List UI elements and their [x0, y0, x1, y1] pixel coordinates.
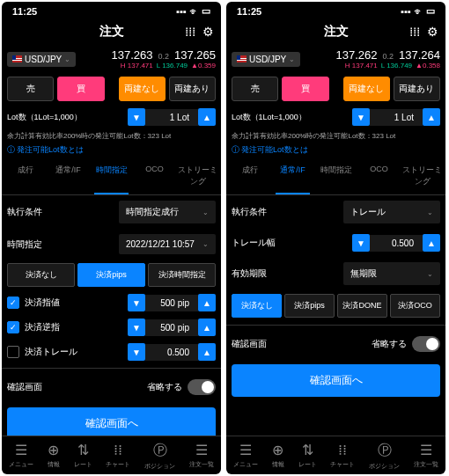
- stop-decrement-button[interactable]: ▼: [128, 319, 145, 336]
- buy-button[interactable]: 買: [282, 77, 328, 101]
- lot-value[interactable]: 1 Lot: [145, 109, 198, 126]
- phone-right: 11:25 ▪▪▪ ᯤ ▭ 注文 ⁞⁞⁞ ⚙ USD/JPY ⌄ 137.262…: [226, 2, 445, 474]
- gear-icon[interactable]: ⚙: [202, 25, 214, 39]
- nav-menu[interactable]: ☰メニュー: [9, 442, 33, 471]
- position-icon: Ⓟ: [378, 442, 392, 460]
- lot-increment-button[interactable]: ▲: [423, 108, 440, 126]
- lot-decrement-button[interactable]: ▼: [352, 108, 370, 126]
- nav-chart[interactable]: ⁞⁞チャート: [106, 442, 130, 471]
- seg-settle-none[interactable]: 決済なし: [232, 294, 282, 318]
- globe-icon: ⊕: [272, 442, 283, 458]
- cross-off-button[interactable]: 両建なし: [343, 77, 390, 101]
- trail-label: 決済トレール: [25, 346, 122, 358]
- chart-toggle-icon[interactable]: ⁞⁞⁞: [409, 25, 420, 39]
- phone-left: 11:25 ▪▪▪ ᯤ ▭ 注文 ⁞⁞⁞ ⚙ USD/JPY ⌄ 137.263…: [2, 2, 221, 474]
- nav-orders[interactable]: ☰注文一覧: [414, 442, 438, 471]
- low-price: L 136.749: [157, 62, 188, 70]
- stop-value[interactable]: 500 pip: [145, 319, 198, 336]
- expiry-select[interactable]: 無期限⌄: [343, 262, 440, 285]
- lot-decrement-button[interactable]: ▼: [128, 108, 145, 126]
- tab-oco[interactable]: OCO: [133, 157, 176, 194]
- exec-cond-label: 執行条件: [232, 206, 340, 218]
- trail-value[interactable]: 0.500: [145, 344, 198, 361]
- sell-button[interactable]: 売: [7, 77, 54, 101]
- lot-value[interactable]: 1 Lot: [370, 109, 423, 126]
- lot-stepper: ▼ 1 Lot ▲: [352, 108, 440, 126]
- spread: 0.2: [158, 52, 169, 61]
- seg-settle-pips[interactable]: 決済pips: [77, 263, 145, 287]
- limit-increment-button[interactable]: ▲: [198, 294, 216, 311]
- tab-market[interactable]: 成行: [4, 157, 47, 194]
- cross-on-button[interactable]: 両建あり: [394, 77, 440, 101]
- status-bar: 11:25 ▪▪▪ ᯤ ▭: [226, 2, 445, 18]
- seg-settle-pips[interactable]: 決済pips: [284, 294, 335, 318]
- trail-increment-button[interactable]: ▲: [198, 343, 216, 361]
- tab-normal-if[interactable]: 通常/IF: [271, 157, 314, 194]
- cross-on-button[interactable]: 両建あり: [169, 77, 216, 101]
- stop-label: 決済逆指: [25, 321, 122, 333]
- limit-decrement-button[interactable]: ▼: [128, 294, 145, 311]
- skip-confirm-switch[interactable]: [412, 336, 440, 352]
- lot-info-link[interactable]: ⓘ発注可能Lot数とは: [226, 143, 445, 157]
- lot-increment-button[interactable]: ▲: [198, 108, 216, 126]
- price-info: 137.262 0.2 137.264 H 137.471 L 136.749 …: [305, 48, 440, 70]
- tab-streaming[interactable]: ストリーミング: [176, 157, 219, 194]
- nav-chart[interactable]: ⁞⁞チャート: [330, 442, 355, 471]
- currency-pair-selector[interactable]: USD/JPY ⌄: [232, 52, 300, 67]
- nav-menu[interactable]: ☰メニュー: [233, 442, 258, 471]
- confirm-button[interactable]: 確認画面へ: [232, 364, 440, 397]
- menu-icon: ☰: [15, 442, 27, 458]
- menu-icon: ☰: [239, 442, 252, 458]
- limit-checkbox[interactable]: ✓: [7, 297, 19, 309]
- expiry-label: 有効期限: [232, 267, 340, 280]
- tab-normal-if[interactable]: 通常/IF: [47, 157, 90, 194]
- nav-info[interactable]: ⊕情報: [272, 442, 284, 471]
- tab-streaming[interactable]: ストリーミング: [401, 157, 444, 194]
- tab-time-spec[interactable]: 時間指定: [90, 157, 133, 194]
- sell-button[interactable]: 売: [232, 77, 278, 101]
- nav-position[interactable]: Ⓟポジション: [144, 442, 175, 471]
- seg-settle-time[interactable]: 決済時間指定: [148, 263, 216, 287]
- nav-info[interactable]: ⊕情報: [48, 442, 60, 471]
- trail-decrement-button[interactable]: ▼: [352, 234, 370, 252]
- tab-time-spec[interactable]: 時間指定: [314, 157, 357, 194]
- nav-position[interactable]: Ⓟポジション: [369, 442, 400, 471]
- confirm-label: 確認画面: [7, 381, 142, 393]
- nav-rate[interactable]: ⇅レート: [298, 442, 317, 471]
- trail-width-value[interactable]: 0.500: [370, 235, 423, 252]
- flag-us-icon: [237, 55, 247, 62]
- gear-icon[interactable]: ⚙: [427, 25, 438, 39]
- exec-cond-select[interactable]: トレール⌄: [343, 201, 440, 223]
- seg-settle-oco[interactable]: 決済OCO: [390, 294, 440, 318]
- exec-cond-select[interactable]: 時間指定成行⌄: [119, 201, 216, 223]
- battery-icon: ▭: [426, 5, 435, 17]
- seg-settle-done[interactable]: 決済DONE: [337, 294, 387, 318]
- trail-decrement-button[interactable]: ▼: [128, 343, 145, 361]
- tab-oco[interactable]: OCO: [357, 157, 401, 194]
- rate-icon: ⇅: [302, 442, 313, 458]
- trail-checkbox[interactable]: [7, 346, 19, 358]
- chevron-down-icon: ⌄: [202, 209, 209, 216]
- currency-pair-selector[interactable]: USD/JPY ⌄: [7, 52, 76, 67]
- chart-toggle-icon[interactable]: ⁞⁞⁞: [185, 25, 195, 39]
- order-type-tabs: 成行 通常/IF 時間指定 OCO ストリーミング: [2, 157, 221, 195]
- limit-value[interactable]: 500 pip: [145, 295, 198, 311]
- skip-confirm-switch[interactable]: [188, 379, 216, 395]
- confirm-button[interactable]: 確認画面へ: [7, 407, 216, 436]
- trail-increment-button[interactable]: ▲: [423, 234, 440, 252]
- nav-rate[interactable]: ⇅レート: [74, 442, 92, 471]
- tab-market[interactable]: 成行: [228, 157, 271, 194]
- lot-stepper: ▼ 1 Lot ▲: [128, 108, 216, 126]
- seg-settle-none[interactable]: 決済なし: [7, 263, 75, 287]
- signal-icon: ▪▪▪: [401, 6, 411, 17]
- price-bar: USD/JPY ⌄ 137.262 0.2 137.264 H 137.471 …: [226, 45, 445, 73]
- stop-increment-button[interactable]: ▲: [198, 319, 216, 336]
- chevron-down-icon: ⌄: [289, 55, 295, 63]
- nav-orders[interactable]: ☰注文一覧: [189, 442, 214, 471]
- time-spec-select[interactable]: 2022/12/21 10:57⌄: [119, 234, 216, 254]
- cross-off-button[interactable]: 両建なし: [119, 77, 166, 101]
- wifi-icon: ᯤ: [189, 6, 199, 17]
- lot-info-link[interactable]: ⓘ発注可能Lot数とは: [2, 143, 221, 157]
- stop-checkbox[interactable]: ✓: [7, 321, 19, 333]
- buy-button[interactable]: 買: [57, 77, 104, 101]
